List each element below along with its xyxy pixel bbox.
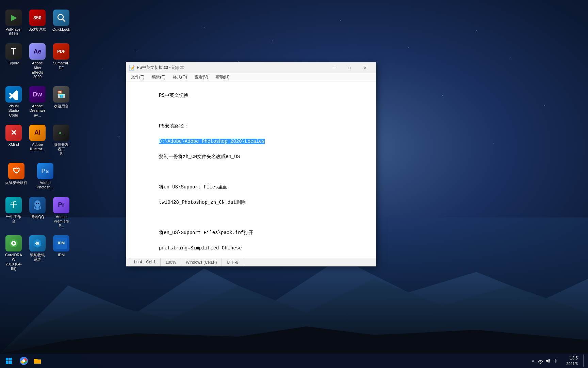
svg-text:IDM: IDM — [58, 241, 65, 245]
icon-row-1: T Typora Ae Adobe AfterEffects 2020 PDF … — [3, 41, 71, 82]
svg-rect-18 — [6, 361, 9, 364]
vscode-label: Visual StudioCode — [5, 104, 22, 118]
qianniu-icon: 千 — [5, 197, 22, 213]
icon-row-5: 千 千牛工作台 腾讯QQ Pr AdobePremiere P... — [3, 194, 71, 231]
icon-huorong[interactable]: 🛡 火绒安全软件 — [3, 160, 29, 192]
icon-quicklook[interactable]: QuickLook — [51, 7, 71, 39]
menu-format[interactable]: 格式(O) — [169, 74, 190, 81]
typora-label: Typora — [8, 61, 19, 65]
menu-file[interactable]: 文件(F) — [128, 74, 148, 81]
icon-coreldraw[interactable]: CorelDRAW2019 (64-Bit) — [3, 232, 24, 274]
ae-icon: Ae — [29, 43, 46, 60]
line-11: prefstring=Simplified Chinese — [159, 245, 242, 251]
coreldraw-label: CorelDRAW2019 (64-Bit) — [5, 253, 22, 271]
icon-sumatrapdf[interactable]: PDF SumatraPDF — [51, 41, 71, 82]
ai-label: AdobeIllustrat... — [30, 142, 45, 151]
icon-pr[interactable]: Pr AdobePremiere P... — [51, 194, 71, 231]
tray-volume-icon[interactable] — [545, 358, 551, 364]
icon-ai[interactable]: Ai AdobeIllustrat... — [27, 122, 48, 159]
notepad-window: 📝 PS中英文切换.txt - 记事本 ─ □ ✕ 文件(F) 编辑(E) 格式… — [126, 62, 376, 266]
350-icon: 350 — [29, 10, 46, 26]
window-titlebar[interactable]: 📝 PS中英文切换.txt - 记事本 ─ □ ✕ — [126, 62, 376, 73]
taskbar: ∧ 中 — [0, 354, 588, 368]
show-desktop-button[interactable] — [583, 355, 585, 367]
potplayer-label: PotPlayer 64 bit — [5, 27, 22, 36]
ae-label: Adobe AfterEffects 2020 — [29, 61, 46, 79]
icon-xmind[interactable]: ✕ XMind — [3, 122, 24, 159]
window-title: PS中英文切换.txt - 记事本 — [137, 65, 326, 71]
svg-rect-16 — [6, 358, 9, 361]
icon-350[interactable]: 350 350客户端 — [27, 7, 48, 39]
potplayer-icon: ▶ — [5, 10, 22, 26]
dw-icon: Dw — [29, 86, 46, 103]
quicklook-icon — [53, 10, 69, 26]
taskbar-time: 13:5 — [566, 355, 578, 361]
taskbar-right: ∧ 中 — [527, 355, 585, 367]
icon-idm[interactable]: IDM IDM — [51, 232, 71, 274]
ai-icon: Ai — [29, 125, 46, 141]
taskbar-chrome-icon[interactable] — [18, 355, 30, 367]
icon-dw[interactable]: Dw AdobeDreamweav... — [27, 83, 48, 120]
icon-yinbao[interactable]: 银 银豹收银系统 — [27, 232, 48, 274]
taskbar-explorer-icon[interactable] — [31, 355, 44, 367]
window-statusbar: Ln 4，Col 1 100% Windows (CRLF) UTF-8 — [126, 258, 376, 266]
svg-marker-24 — [546, 359, 549, 363]
xmind-icon: ✕ — [5, 125, 22, 141]
icon-wechat-dev[interactable]: >_ 微信开发者工具 — [51, 122, 71, 159]
svg-rect-17 — [9, 358, 12, 361]
tray-network-icon[interactable] — [538, 358, 543, 364]
svg-point-7 — [36, 203, 37, 204]
svg-line-5 — [63, 19, 65, 21]
vscode-icon — [5, 86, 22, 103]
line-7: 将en_US\Support Files里面 — [159, 184, 228, 190]
tray-expand-icon[interactable]: ∧ — [530, 358, 536, 364]
menu-help[interactable]: 帮助(H) — [212, 74, 233, 81]
line-5: 复制一份将zh_CN文件夹名改成en_US — [159, 154, 240, 159]
taskbar-clock[interactable]: 13:5 2021/3 — [564, 355, 581, 366]
menu-edit[interactable]: 编辑(E) — [148, 74, 169, 81]
line-10: 将en_US\Support Files\pack.inf打开 — [159, 230, 253, 235]
svg-point-6 — [34, 200, 40, 207]
icon-typora[interactable]: T Typora — [3, 41, 24, 82]
text-area[interactable]: PS中英文切换 PS安装路径： D:\Adobe\Adobe Photoshop… — [126, 81, 376, 258]
icon-collection[interactable]: 🏪 收银后台 — [51, 83, 71, 120]
icon-ae[interactable]: Ae Adobe AfterEffects 2020 — [27, 41, 48, 82]
pr-label: AdobePremiere P... — [52, 215, 70, 228]
sumatrapdf-label: SumatraPDF — [52, 61, 70, 70]
ps-icon: Ps — [37, 163, 53, 179]
icon-qq[interactable]: 腾讯QQ — [27, 194, 48, 231]
status-line-ending: Windows (CRLF) — [181, 258, 222, 266]
maximize-button[interactable]: □ — [342, 63, 357, 73]
icon-row-3: ✕ XMind Ai AdobeIllustrat... >_ 微信开发者工具 — [3, 122, 71, 159]
xmind-label: XMind — [8, 142, 19, 147]
pr-icon: Pr — [53, 197, 69, 213]
desktop-icons-container: ▶ PotPlayer 64 bit 350 350客户端 QuickLook … — [0, 3, 75, 277]
close-button[interactable]: ✕ — [357, 63, 373, 73]
coreldraw-icon — [5, 235, 22, 251]
window-content[interactable]: PS中英文切换 PS安装路径： D:\Adobe\Adobe Photoshop… — [126, 81, 376, 258]
status-zoom: 100% — [161, 258, 181, 266]
start-button[interactable] — [3, 355, 15, 367]
window-controls: ─ □ ✕ — [326, 63, 373, 73]
icon-row-2: Visual StudioCode Dw AdobeDreamweav... 🏪… — [3, 83, 71, 120]
icon-potplayer[interactable]: ▶ PotPlayer 64 bit — [3, 7, 24, 39]
icon-row-6: CorelDRAW2019 (64-Bit) 银 银豹收银系统 IDM IDM — [3, 232, 71, 274]
svg-point-12 — [13, 242, 15, 244]
ps-label: AdobePhotosh... — [37, 181, 54, 189]
quicklook-label: QuickLook — [52, 27, 70, 32]
icon-vscode[interactable]: Visual StudioCode — [3, 83, 24, 120]
line-4-highlighted: D:\Adobe\Adobe Photoshop 2020\Locales — [159, 139, 265, 144]
svg-point-9 — [35, 207, 39, 210]
line-3: PS安装路径： — [159, 123, 189, 129]
icon-row-4: 🛡 火绒安全软件 Ps AdobePhotosh... — [3, 160, 71, 192]
icon-qianniu[interactable]: 千 千牛工作台 — [3, 194, 24, 231]
minimize-button[interactable]: ─ — [326, 63, 342, 73]
dw-label: AdobeDreamweav... — [29, 104, 46, 118]
tray-ime-icon[interactable]: 中 — [553, 358, 558, 364]
status-encoding: UTF-8 — [222, 258, 243, 266]
status-position: Ln 4，Col 1 — [129, 258, 161, 266]
icon-ps[interactable]: Ps AdobePhotosh... — [32, 160, 58, 192]
text-content: PS中英文切换 PS安装路径： D:\Adobe\Adobe Photoshop… — [130, 84, 372, 258]
icon-row-0: ▶ PotPlayer 64 bit 350 350客户端 QuickLook — [3, 7, 71, 39]
menu-view[interactable]: 查看(V) — [191, 74, 212, 81]
